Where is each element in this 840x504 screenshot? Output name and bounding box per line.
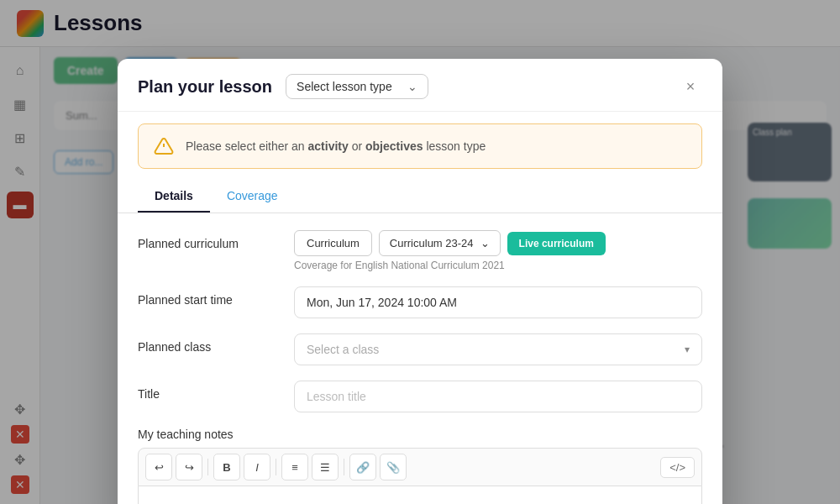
curriculum-value: Curriculum 23-24 [390,237,474,249]
bold-button[interactable]: B [213,454,240,480]
toolbar-separator-3 [344,459,344,475]
chevron-down-icon: ⌄ [407,80,417,93]
curriculum-chevron-icon: ⌄ [480,237,490,249]
planned-start-time-label: Planned start time [138,286,281,307]
modal-close-button[interactable]: × [679,75,702,98]
undo-button[interactable]: ↩ [145,454,172,480]
warning-banner: Please select either an activity or obje… [138,123,702,169]
title-field [294,381,702,412]
modal-header: Plan your lesson Select lesson type ⌄ × [118,59,722,112]
toolbar-separator-1 [207,459,208,475]
toolbar-right: </> [660,457,695,478]
ordered-list-button[interactable]: ≡ [281,454,308,480]
redo-button[interactable]: ↪ [176,454,202,480]
modal-title: Plan your lesson [138,77,272,97]
title-row: Title [138,381,702,412]
title-label: Title [138,381,281,401]
unordered-list-button[interactable]: ☰ [312,454,339,480]
curriculum-badge: Curriculum [294,230,372,256]
italic-button[interactable]: I [244,454,270,480]
planned-start-time-row: Planned start time [138,286,702,318]
teaching-notes-label: My teaching notes [138,428,702,441]
planned-class-placeholder: Select a class [307,343,379,356]
tab-coverage[interactable]: Coverage [210,181,295,213]
toolbar-separator-2 [276,459,276,475]
plan-lesson-modal: Plan your lesson Select lesson type ⌄ × … [118,59,722,504]
modal-tabs: Details Coverage [118,181,722,213]
planned-curriculum-row: Planned curriculum Curriculum Curriculum… [138,230,702,271]
attachment-button[interactable]: 📎 [380,454,407,480]
live-curriculum-button[interactable]: Live curriculum [507,232,606,255]
planned-class-select[interactable]: Select a class ▾ [294,333,702,365]
editor-content-area[interactable] [138,486,702,504]
planned-class-arrow-icon: ▾ [685,344,690,355]
planned-class-row: Planned class Select a class ▾ [138,333,702,365]
planned-start-time-input[interactable] [294,286,702,318]
planned-curriculum-label: Planned curriculum [138,230,281,250]
tab-details[interactable]: Details [138,181,210,213]
modal-body: Planned curriculum Curriculum Curriculum… [118,213,722,504]
curriculum-select[interactable]: Curriculum 23-24 ⌄ [379,230,501,256]
curriculum-subtitle: Coverage for English National Curriculum… [294,260,702,271]
lesson-type-select[interactable]: Select lesson type ⌄ [286,74,428,99]
link-button[interactable]: 🔗 [349,454,376,480]
editor-toolbar: ↩ ↪ B I ≡ ☰ 🔗 📎 </> [138,448,702,486]
teaching-notes-section: My teaching notes ↩ ↪ B I ≡ ☰ 🔗 📎 </> [138,428,702,504]
title-input[interactable] [294,381,702,412]
planned-class-label: Planned class [138,333,281,354]
planned-class-field: Select a class ▾ [294,333,702,365]
planned-curriculum-field: Curriculum Curriculum 23-24 ⌄ Live curri… [294,230,702,271]
code-button[interactable]: </> [660,457,695,478]
warning-icon [152,134,176,158]
planned-start-time-field [294,286,702,318]
warning-text: Please select either an activity or obje… [186,139,486,153]
lesson-type-placeholder: Select lesson type [297,80,392,93]
